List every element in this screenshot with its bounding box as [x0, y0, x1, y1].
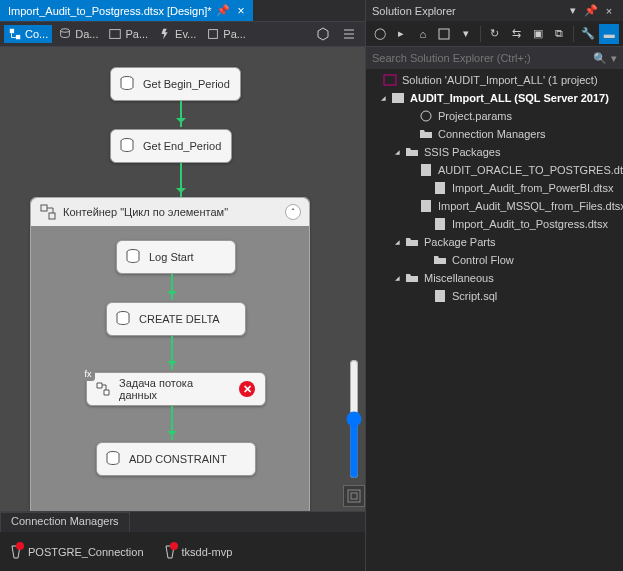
document-tab[interactable]: Import_Audit_to_Postgress.dtsx [Design]*…	[0, 0, 253, 21]
connector[interactable]	[180, 163, 182, 197]
svg-rect-20	[421, 200, 431, 212]
sql-task-icon	[123, 247, 143, 267]
sql-task-icon	[117, 136, 137, 156]
home-icon[interactable]: ⌂	[413, 24, 433, 44]
expand-icon[interactable]	[390, 147, 404, 157]
pin-icon[interactable]: 📌	[216, 4, 230, 17]
fit-view-button[interactable]	[343, 485, 365, 507]
svg-rect-7	[41, 205, 47, 211]
expression-badge: fx	[81, 367, 95, 381]
sql-task-icon	[113, 309, 133, 329]
solution-explorer-panel: Solution Explorer ▾ 📌 × ◯ ▸ ⌂ ▾ ↻ ⇆ ▣ ⧉ …	[365, 0, 623, 571]
task-create-delta[interactable]: CREATE DELTA	[106, 302, 246, 336]
refresh-icon[interactable]: ↻	[485, 24, 505, 44]
properties-icon[interactable]: 🔧	[578, 24, 598, 44]
folder-icon	[404, 234, 420, 250]
list-icon[interactable]	[337, 24, 361, 44]
container-title: Контейнер "Цикл по элементам"	[63, 206, 228, 218]
task-log-start[interactable]: Log Start	[116, 240, 236, 274]
events-icon	[158, 27, 172, 41]
collapse-icon[interactable]: ˆ	[285, 204, 301, 220]
loop-icon	[39, 203, 57, 221]
connector[interactable]	[171, 406, 173, 440]
connection-managers-tab[interactable]: Connection Managers	[0, 512, 130, 532]
task-label: Get End_Period	[143, 140, 221, 152]
solution-icon	[382, 72, 398, 88]
tree-item-cflow[interactable]: Control Flow	[366, 251, 623, 269]
forward-icon[interactable]: ▸	[392, 24, 412, 44]
task-get-begin-period[interactable]: Get Begin_Period	[110, 67, 241, 101]
controlflow-icon	[8, 27, 22, 41]
connector[interactable]	[171, 336, 173, 370]
collapse-icon[interactable]: ⇆	[506, 24, 526, 44]
error-icon: ✕	[239, 381, 255, 397]
folder-icon	[432, 252, 448, 268]
svg-rect-22	[435, 290, 445, 302]
copy-icon[interactable]: ⧉	[549, 24, 569, 44]
tree-folder-misc[interactable]: Miscellaneous	[366, 269, 623, 287]
foreach-container[interactable]: Контейнер "Цикл по элементам" ˆ Log Star…	[30, 197, 310, 511]
dropdown-icon[interactable]: ▾	[611, 52, 617, 65]
tree-package[interactable]: AUDIT_ORACLE_TO_POSTGRES.dtsx	[366, 161, 623, 179]
tree-item-params[interactable]: Project.params	[366, 107, 623, 125]
task-dataflow[interactable]: fx Задача потока данных ✕	[86, 372, 266, 406]
svg-rect-8	[49, 213, 55, 219]
error-dot-icon	[170, 542, 178, 550]
tab-parameters[interactable]: Pa...	[104, 25, 152, 43]
close-icon[interactable]: ×	[601, 3, 617, 19]
tree-folder-ssis[interactable]: SSIS Packages	[366, 143, 623, 161]
zoom-slider[interactable]	[347, 359, 361, 479]
close-icon[interactable]: ×	[238, 4, 245, 18]
connector[interactable]	[180, 101, 182, 127]
sync-icon[interactable]	[435, 24, 455, 44]
tree-package[interactable]: Import_Audit_MSSQL_from_Files.dtsx	[366, 197, 623, 215]
connection-label: POSTGRE_Connection	[28, 546, 144, 558]
tree-item-connmgrs[interactable]: Connection Managers	[366, 125, 623, 143]
tree-solution[interactable]: Solution 'AUDIT_Import_ALL' (1 project)	[366, 71, 623, 89]
tree-project[interactable]: AUDIT_Import_ALL (SQL Server 2017)	[366, 89, 623, 107]
folder-icon	[404, 144, 420, 160]
tree-package[interactable]: Import_Audit_from_PowerBI.dtsx	[366, 179, 623, 197]
task-get-end-period[interactable]: Get End_Period	[110, 129, 232, 163]
preview-icon[interactable]: ▬	[599, 24, 619, 44]
connection-item[interactable]: POSTGRE_Connection	[8, 544, 144, 560]
container-header[interactable]: Контейнер "Цикл по элементам" ˆ	[31, 198, 309, 226]
solution-toolbar: ◯ ▸ ⌂ ▾ ↻ ⇆ ▣ ⧉ 🔧 ▬	[366, 21, 623, 47]
svg-point-2	[61, 29, 70, 33]
svg-rect-21	[435, 218, 445, 230]
sql-task-icon	[103, 449, 123, 469]
sql-task-icon	[117, 74, 137, 94]
dtsx-icon	[418, 162, 434, 178]
window-menu-icon[interactable]: ▾	[565, 3, 581, 19]
back-icon[interactable]: ◯	[370, 24, 390, 44]
sql-file-icon	[432, 288, 448, 304]
svg-rect-16	[392, 93, 404, 103]
svg-rect-0	[10, 29, 14, 33]
cube-icon[interactable]	[311, 24, 335, 44]
tab-dataflow[interactable]: Da...	[54, 25, 102, 43]
svg-rect-1	[16, 35, 20, 39]
expand-icon[interactable]	[376, 93, 390, 103]
design-canvas[interactable]: Get Begin_Period Get End_Period Контейне…	[0, 47, 365, 511]
tab-package[interactable]: Pa...	[202, 25, 250, 43]
search-box[interactable]: 🔍 ▾	[366, 47, 623, 69]
dropdown-icon[interactable]: ▾	[456, 24, 476, 44]
tree-item-script[interactable]: Script.sql	[366, 287, 623, 305]
svg-rect-14	[439, 29, 449, 39]
folder-icon	[418, 126, 434, 142]
tree-folder-parts[interactable]: Package Parts	[366, 233, 623, 251]
showall-icon[interactable]: ▣	[528, 24, 548, 44]
expand-icon[interactable]	[390, 273, 404, 283]
solution-tree: Solution 'AUDIT_Import_ALL' (1 project) …	[366, 69, 623, 571]
task-label: ADD CONSTRAINT	[129, 453, 227, 465]
search-input[interactable]	[372, 52, 593, 64]
pin-icon[interactable]: 📌	[583, 3, 599, 19]
tab-controlflow[interactable]: Co...	[4, 25, 52, 43]
svg-rect-13	[351, 493, 357, 499]
tab-events[interactable]: Ev...	[154, 25, 200, 43]
connector[interactable]	[171, 274, 173, 300]
tree-package[interactable]: Import_Audit_to_Postgress.dtsx	[366, 215, 623, 233]
connection-item[interactable]: tksdd-mvp	[162, 544, 233, 560]
expand-icon[interactable]	[390, 237, 404, 247]
task-add-constraint[interactable]: ADD CONSTRAINT	[96, 442, 256, 476]
